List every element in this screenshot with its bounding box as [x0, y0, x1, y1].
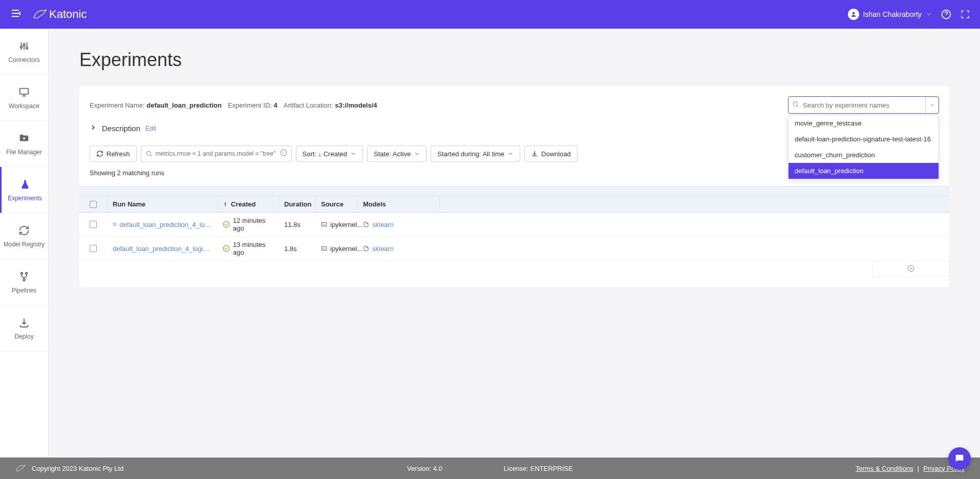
- load-more-button[interactable]: [872, 261, 949, 277]
- search-dropdown: movie_genre_testcase default-loan-predic…: [788, 115, 939, 179]
- sidebar-item-connectors[interactable]: Connectors: [0, 29, 48, 75]
- download-icon: [18, 317, 30, 329]
- header-checkbox[interactable]: [79, 196, 108, 212]
- plus-circle-icon: [907, 265, 914, 272]
- footer-right: Terms & Conditions | Privacy Policy: [856, 465, 965, 472]
- sidebar-item-deploy[interactable]: Deploy: [0, 305, 48, 351]
- started-button[interactable]: Started during: All time: [431, 145, 520, 162]
- download-icon: [531, 150, 538, 157]
- user-name: Ishan Chakraborty: [863, 10, 922, 18]
- svg-point-13: [223, 221, 229, 227]
- svg-point-9: [793, 102, 797, 106]
- sidebar-item-file-manager[interactable]: File Manager: [0, 121, 48, 167]
- sidebar-item-pipelines[interactable]: Pipelines: [0, 259, 48, 305]
- user-avatar-icon: [848, 9, 859, 20]
- row-duration: 1.8s: [279, 241, 316, 257]
- table-row: default_loan_prediction_4_logistic_regre…: [79, 213, 949, 237]
- version-text: Version: 4.0: [407, 465, 442, 472]
- experiments-panel: Experiment Name: default_loan_prediction…: [79, 86, 949, 287]
- kangaroo-icon: [15, 463, 26, 473]
- dropdown-item[interactable]: default-loan-prediction-signature-test-l…: [789, 131, 939, 147]
- row-created: 13 minutes ago: [218, 237, 279, 260]
- chat-widget-icon[interactable]: [948, 447, 971, 470]
- user-profile-menu[interactable]: Ishan Chakraborty: [848, 9, 932, 20]
- header-source[interactable]: Source: [316, 196, 358, 212]
- brand-logo[interactable]: Katonic: [33, 8, 87, 21]
- sidebar-label: Connectors: [8, 56, 39, 64]
- row-created: 12 minutes ago: [218, 213, 279, 236]
- sidebar-item-experiments[interactable]: Experiments: [0, 167, 48, 213]
- metrics-input[interactable]: [156, 150, 287, 157]
- main-layout: Connectors Workspace File Manager Experi…: [0, 29, 980, 457]
- table-header: Run Name Created Duration Source Models: [79, 196, 949, 213]
- search-box: [788, 96, 939, 114]
- footer-center: Version: 4.0 License: ENTERPRISE: [407, 465, 573, 472]
- header-duration[interactable]: Duration: [279, 196, 316, 212]
- header-right: Ishan Chakraborty: [848, 9, 970, 20]
- expand-description-icon[interactable]: [90, 124, 97, 133]
- refresh-icon: [96, 150, 103, 157]
- chevron-down-icon: [414, 151, 420, 157]
- search-icon: [792, 101, 799, 110]
- terms-link[interactable]: Terms & Conditions: [856, 465, 913, 472]
- metrics-filter[interactable]: [141, 145, 292, 162]
- license-text: License: ENTERPRISE: [504, 465, 573, 472]
- header-created[interactable]: Created: [218, 196, 279, 212]
- row-checkbox[interactable]: [79, 241, 108, 256]
- row-run-name: default_loan_prediction_4_logistic_regre…: [108, 241, 218, 257]
- brand-name: Katonic: [49, 8, 87, 21]
- help-icon[interactable]: [941, 9, 951, 19]
- info-icon[interactable]: [280, 149, 287, 158]
- fullscreen-icon[interactable]: [961, 10, 970, 19]
- chevron-down-icon: [926, 11, 932, 17]
- terminal-icon: [321, 245, 327, 252]
- kangaroo-icon: [33, 9, 47, 20]
- flask-icon: [19, 178, 31, 191]
- monitor-icon: [18, 86, 30, 98]
- svg-point-2: [20, 46, 23, 48]
- svg-point-4: [26, 47, 28, 49]
- file-icon: [363, 245, 369, 252]
- search-wrapper: movie_genre_testcase default-loan-predic…: [788, 96, 939, 114]
- edit-description-link[interactable]: Edit: [145, 125, 156, 132]
- download-button[interactable]: Download: [524, 145, 578, 162]
- folder-star-icon: [18, 132, 30, 144]
- svg-point-8: [23, 279, 25, 281]
- search-dropdown-toggle[interactable]: [925, 97, 939, 113]
- top-header: Katonic Ishan Chakraborty: [0, 0, 980, 29]
- sidebar-label: Model Registry: [4, 241, 45, 248]
- refresh-button[interactable]: Refresh: [90, 145, 137, 162]
- run-link[interactable]: default_loan_prediction_4_logistic_regre…: [113, 245, 212, 253]
- svg-point-3: [23, 44, 25, 46]
- sort-button[interactable]: Sort: ↓ Created: [296, 145, 363, 162]
- chevron-down-icon: [507, 151, 514, 157]
- search-input[interactable]: [789, 101, 925, 109]
- svg-point-0: [852, 12, 855, 14]
- svg-point-7: [26, 272, 28, 274]
- model-link[interactable]: sklearn: [372, 221, 394, 228]
- sidebar-label: Workspace: [9, 102, 39, 110]
- table-header-spacer: [79, 186, 949, 196]
- dropdown-item-selected[interactable]: default_loan_prediction: [789, 163, 939, 179]
- sidebar: Connectors Workspace File Manager Experi…: [0, 29, 49, 457]
- dropdown-item[interactable]: movie_genre_testcase: [789, 115, 939, 131]
- plus-box-icon[interactable]: [113, 222, 117, 227]
- run-link[interactable]: default_loan_prediction_4_logistic_regre…: [120, 221, 212, 228]
- row-source: ipykernel...: [316, 241, 358, 257]
- menu-toggle-icon[interactable]: [10, 7, 23, 22]
- exp-id: Experiment ID: 4: [228, 101, 278, 109]
- row-checkbox[interactable]: [79, 217, 108, 232]
- dropdown-item[interactable]: customer_churn_prediction: [789, 147, 939, 163]
- exp-name: Experiment Name: default_loan_prediction: [90, 101, 222, 109]
- header-run-name[interactable]: Run Name: [108, 196, 218, 212]
- sidebar-item-model-registry[interactable]: Model Registry: [0, 213, 48, 259]
- copyright-text: Copyright 2023 Katonic Pty Ltd: [32, 465, 123, 472]
- header-models[interactable]: Models: [358, 196, 440, 212]
- sidebar-item-workspace[interactable]: Workspace: [0, 75, 48, 121]
- model-link[interactable]: sklearn: [372, 245, 394, 253]
- table-row: default_loan_prediction_4_logistic_regre…: [79, 237, 949, 261]
- runs-table: Run Name Created Duration Source Models …: [79, 186, 949, 277]
- state-button[interactable]: State: Active: [367, 145, 427, 162]
- description-label: Description: [102, 124, 140, 133]
- footer: Copyright 2023 Katonic Pty Ltd Version: …: [0, 457, 980, 479]
